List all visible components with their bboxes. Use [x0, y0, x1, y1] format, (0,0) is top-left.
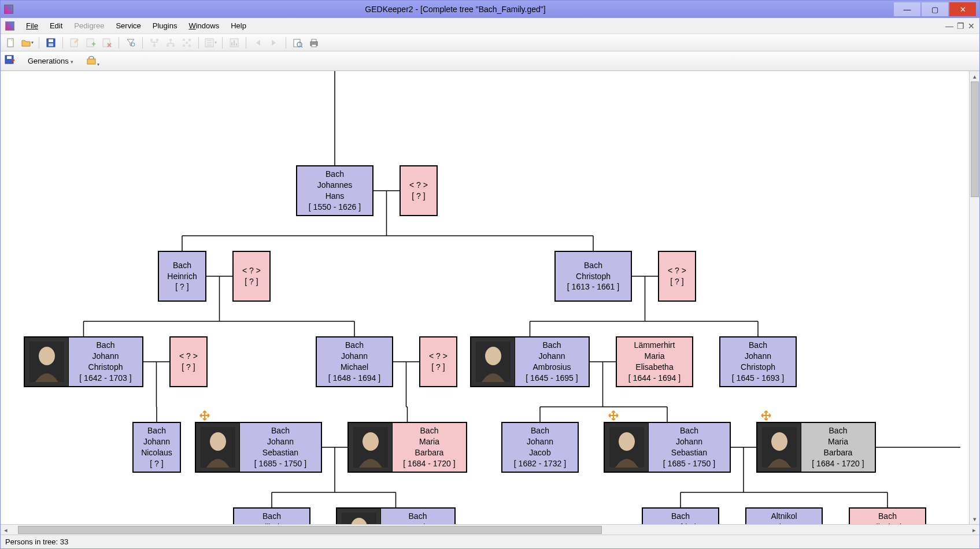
menu-pedigree: Pedigree — [68, 19, 110, 32]
minimize-button[interactable]: — — [894, 2, 920, 16]
svg-rect-8 — [153, 44, 156, 47]
tree-descendants-button[interactable] — [164, 36, 177, 50]
svg-rect-5 — [87, 39, 94, 47]
person-info: BachJohannMichael[ 1648 - 1694 ] — [317, 337, 392, 386]
vscroll-thumb[interactable] — [971, 81, 979, 197]
menu-plugins[interactable]: Plugins — [147, 19, 183, 32]
pedigree-button[interactable]: ▾ — [204, 36, 217, 50]
edit-record-button[interactable] — [68, 36, 82, 50]
person-info: < ? >[ ? ] — [401, 166, 437, 215]
nav-back-button[interactable] — [251, 36, 265, 50]
person-node[interactable]: BachMariaBarbara[ 1684 - 1720 ] — [756, 422, 876, 473]
person-node[interactable]: BachMariaBarbara[ 1684 - 1720 ] — [347, 422, 467, 473]
hscroll-thumb[interactable] — [18, 526, 602, 534]
options-button[interactable]: ▾ — [86, 54, 99, 68]
scroll-down-icon[interactable]: ▾ — [970, 514, 979, 524]
save-image-button[interactable] — [4, 54, 16, 68]
person-info: BachJohannChristoph[ 1642 - 1703 ] — [69, 337, 142, 386]
person-node[interactable]: BachJohannSebastian[ 1685 - 1750 ] — [195, 422, 322, 473]
save-button[interactable] — [44, 36, 58, 50]
person-info: BachCarlPhilipp[ 1714 - 1788 ] — [381, 509, 454, 524]
person-node[interactable]: LämmerhirtMariaElisabetha[ 1644 - 1694 ] — [616, 336, 693, 387]
filter-button[interactable] — [124, 36, 138, 50]
person-info: < ? >[ ? ] — [420, 337, 456, 386]
person-node[interactable]: < ? >[ ? ] — [658, 251, 696, 302]
person-node[interactable]: < ? >[ ? ] — [169, 336, 208, 387]
person-node[interactable]: BachJohannAmbrosius[ 1645 - 1695 ] — [470, 336, 590, 387]
svg-rect-17 — [183, 44, 185, 47]
menu-windows[interactable]: Windows — [183, 19, 225, 32]
svg-rect-15 — [183, 39, 185, 41]
svg-rect-2 — [49, 39, 53, 42]
person-node[interactable]: BachHeinrich[ ? ] — [158, 251, 206, 302]
horizontal-scrollbar[interactable]: ◂ ▸ — [1, 524, 979, 535]
person-info: BachJohannSebastian[ 1685 - 1750 ] — [649, 423, 730, 472]
person-node[interactable]: BachElisabethJuliane[ 1726 - 1781 ] — [849, 507, 926, 524]
person-node[interactable]: BachGottfriedHeinrich[ 1724 - 1763 ] — [642, 507, 719, 524]
delete-record-button[interactable] — [100, 36, 114, 50]
svg-rect-3 — [49, 43, 53, 46]
tree-ancestors-button[interactable] — [147, 36, 161, 50]
person-info: BachJohannChristoph[ 1645 - 1693 ] — [720, 337, 796, 386]
person-info: BachJohannNicolaus[ ? ] — [134, 423, 180, 472]
person-node[interactable]: BachJohannChristoph[ 1645 - 1693 ] — [719, 336, 797, 387]
preview-button[interactable] — [291, 36, 305, 50]
svg-point-75 — [39, 347, 55, 365]
nav-forward-button[interactable] — [267, 36, 281, 50]
person-node[interactable]: < ? >[ ? ] — [232, 251, 271, 302]
person-info: BachHeinrich[ ? ] — [159, 252, 205, 301]
add-record-button[interactable] — [84, 36, 98, 50]
mdi-minimize-icon[interactable]: — — [945, 21, 953, 31]
tree-canvas-area[interactable]: BachJohannesHans[ 1550 - 1626 ]< ? >[ ? … — [1, 71, 979, 524]
person-info: BachMariaBarbara[ 1684 - 1720 ] — [801, 423, 875, 472]
stats-button[interactable] — [227, 36, 241, 50]
scroll-left-icon[interactable]: ◂ — [1, 525, 11, 535]
person-node[interactable]: BachJohannJacob[ 1682 - 1732 ] — [501, 422, 579, 473]
portrait-image — [757, 423, 801, 472]
menu-help[interactable]: Help — [225, 19, 252, 32]
svg-point-83 — [619, 432, 635, 451]
person-node[interactable]: BachChristoph[ 1613 - 1661 ] — [554, 251, 632, 302]
person-node[interactable]: BachJohannSebastian[ 1685 - 1750 ] — [604, 422, 731, 473]
person-node[interactable]: < ? >[ ? ] — [419, 336, 457, 387]
mdi-restore-icon[interactable]: ❐ — [957, 21, 964, 31]
menu-file[interactable]: File — [20, 19, 44, 32]
menu-edit[interactable]: Edit — [44, 19, 68, 32]
person-info: AltnikolJohannChristoph[ 1720 - 1759 ] — [746, 509, 822, 524]
bookmark-icon — [608, 410, 619, 421]
scroll-up-icon[interactable]: ▴ — [970, 71, 979, 81]
mdi-close-icon[interactable]: ✕ — [968, 21, 975, 31]
tree-toolbar: Generations ▾ ▾ — [1, 51, 979, 71]
person-node[interactable]: BachJohannChristoph[ 1642 - 1703 ] — [24, 336, 143, 387]
vertical-scrollbar[interactable]: ▴ ▾ — [969, 71, 979, 524]
svg-rect-22 — [234, 40, 235, 46]
svg-rect-12 — [167, 44, 169, 47]
person-node[interactable]: BachJohannesHans[ 1550 - 1626 ] — [296, 165, 373, 216]
app-icon-small — [5, 21, 14, 31]
maximize-button[interactable]: ▢ — [922, 2, 948, 16]
generations-dropdown[interactable]: Generations ▾ — [23, 54, 79, 68]
person-node[interactable]: BachWilhelmFriedemann[ 1710 - 1784 ] — [233, 507, 310, 524]
new-file-button[interactable] — [4, 36, 18, 50]
svg-rect-13 — [172, 44, 175, 47]
person-info: BachMariaBarbara[ 1684 - 1720 ] — [393, 423, 466, 472]
person-info: BachJohannAmbrosius[ 1645 - 1695 ] — [515, 337, 589, 386]
person-node[interactable]: BachJohannMichael[ 1648 - 1694 ] — [316, 336, 393, 387]
open-file-button[interactable]: ▾ — [20, 36, 34, 50]
svg-rect-30 — [7, 56, 12, 59]
person-node[interactable]: < ? >[ ? ] — [400, 165, 438, 216]
person-node[interactable]: AltnikolJohannChristoph[ 1720 - 1759 ] — [745, 507, 823, 524]
close-button[interactable]: ✕ — [949, 2, 976, 16]
person-node[interactable]: BachJohannNicolaus[ ? ] — [132, 422, 181, 473]
person-info: < ? >[ ? ] — [659, 252, 695, 301]
menu-service[interactable]: Service — [110, 19, 146, 32]
scroll-right-icon[interactable]: ▸ — [969, 525, 979, 535]
person-info: BachWilhelmFriedemann[ 1710 - 1784 ] — [234, 509, 309, 524]
print-button[interactable] — [307, 36, 321, 50]
svg-rect-24 — [294, 39, 300, 47]
person-node[interactable]: BachCarlPhilipp[ 1714 - 1788 ] — [336, 507, 456, 524]
person-info: BachChristoph[ 1613 - 1661 ] — [556, 252, 631, 301]
app-icon — [4, 5, 13, 14]
tree-both-button[interactable] — [180, 36, 194, 50]
titlebar: GEDKeeper2 - [Complete tree "Bach_Family… — [1, 1, 979, 18]
